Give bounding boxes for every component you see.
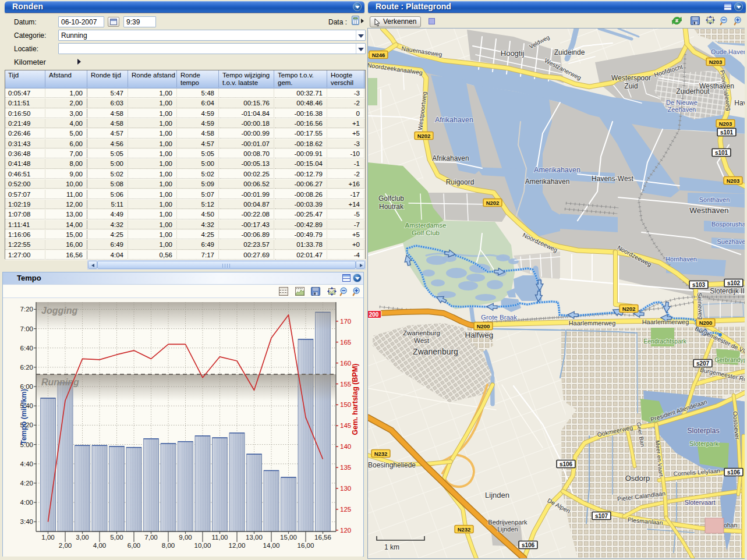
- svg-text:7,00: 7,00: [144, 534, 157, 541]
- svg-text:170: 170: [340, 318, 351, 325]
- svg-text:N202: N202: [622, 306, 636, 312]
- svg-text:Lijnden: Lijnden: [485, 491, 509, 499]
- svg-text:Sloterpark: Sloterpark: [689, 440, 719, 447]
- svg-text:Haarlemmerweg: Haarlemmerweg: [642, 318, 689, 325]
- svg-text:Gem. hartslag (BPM): Gem. hartslag (BPM): [351, 364, 359, 435]
- svg-text:12,00: 12,00: [229, 542, 246, 549]
- svg-text:Westhaven: Westhaven: [699, 82, 734, 90]
- svg-text:N203: N203: [727, 178, 740, 184]
- svg-text:7:20: 7:20: [20, 306, 33, 313]
- svg-text:Westerspoor: Westerspoor: [611, 74, 651, 82]
- svg-text:s103: s103: [692, 282, 706, 288]
- svg-text:Afrikahaven: Afrikahaven: [435, 116, 473, 124]
- svg-text:Amerikahaven: Amerikahaven: [534, 166, 580, 174]
- svg-text:135: 135: [340, 464, 351, 471]
- svg-text:Hornhaven: Hornhaven: [665, 256, 697, 263]
- svg-text:Golf Club: Golf Club: [412, 229, 440, 236]
- svg-text:West: West: [414, 337, 430, 344]
- svg-text:140: 140: [340, 443, 351, 450]
- svg-text:Zuideinde: Zuideinde: [554, 48, 585, 56]
- svg-text:4:00: 4:00: [20, 499, 33, 506]
- svg-text:De Nieuwe: De Nieuwe: [666, 99, 698, 106]
- svg-text:6:40: 6:40: [20, 345, 33, 352]
- svg-text:Zwanenburg: Zwanenburg: [403, 329, 440, 336]
- svg-text:14,00: 14,00: [263, 542, 280, 549]
- svg-text:Oude Haven: Oude Haven: [711, 48, 745, 55]
- svg-text:120: 120: [340, 527, 351, 534]
- svg-text:Westhaven: Westhaven: [689, 206, 728, 215]
- svg-text:3,00: 3,00: [76, 534, 88, 541]
- svg-text:s107: s107: [595, 513, 608, 519]
- svg-text:6,00: 6,00: [128, 542, 140, 549]
- svg-text:s101: s101: [720, 129, 734, 136]
- svg-text:4:40: 4:40: [20, 460, 33, 467]
- svg-text:Amerikahaven: Amerikahaven: [525, 178, 570, 186]
- svg-text:7:00: 7:00: [20, 325, 33, 332]
- svg-text:s102: s102: [727, 280, 741, 286]
- svg-text:Sloterdijk II: Sloterdijk II: [710, 287, 744, 295]
- svg-text:Bosporushav: Bosporushav: [711, 221, 745, 228]
- svg-text:s106: s106: [560, 461, 573, 467]
- svg-text:3:40: 3:40: [20, 518, 33, 525]
- svg-text:s106: s106: [727, 469, 741, 476]
- svg-text:Suezhave: Suezhave: [717, 238, 745, 245]
- svg-text:Running: Running: [41, 377, 79, 387]
- svg-text:N200: N200: [699, 320, 713, 326]
- svg-text:145: 145: [340, 422, 351, 429]
- svg-text:Tempo (min/km): Tempo (min/km): [20, 389, 28, 445]
- svg-text:4:20: 4:20: [20, 480, 33, 487]
- svg-text:Osdorp: Osdorp: [625, 474, 650, 483]
- svg-text:N203: N203: [719, 120, 732, 127]
- svg-text:6:20: 6:20: [20, 364, 33, 371]
- svg-text:15,00: 15,00: [280, 534, 297, 541]
- svg-text:N202: N202: [417, 133, 431, 139]
- svg-text:s106: s106: [522, 542, 535, 548]
- svg-text:200: 200: [369, 311, 379, 318]
- svg-text:Seineweg: Seineweg: [696, 292, 704, 320]
- svg-text:Amsterdamse: Amsterdamse: [405, 222, 447, 229]
- svg-text:2,00: 2,00: [59, 542, 72, 549]
- svg-text:N246: N246: [372, 52, 385, 58]
- svg-text:1 km: 1 km: [384, 543, 399, 551]
- svg-text:Grote Braak: Grote Braak: [481, 314, 517, 321]
- svg-text:Lijnden: Lijnden: [497, 526, 518, 533]
- svg-text:Golfclub: Golfclub: [378, 194, 404, 203]
- svg-text:Haarlemmerweg: Haarlemmerweg: [569, 320, 616, 327]
- svg-text:130: 130: [340, 485, 351, 492]
- svg-text:4,00: 4,00: [93, 542, 106, 549]
- svg-text:1,00: 1,00: [41, 534, 54, 541]
- svg-text:s101: s101: [715, 150, 728, 156]
- svg-text:160: 160: [340, 360, 351, 367]
- svg-text:5,00: 5,00: [110, 534, 123, 541]
- svg-text:Boesingheliede: Boesingheliede: [368, 461, 416, 469]
- svg-text:8,00: 8,00: [162, 542, 175, 549]
- svg-text:10,00: 10,00: [194, 542, 211, 549]
- svg-text:Eendrachtspark: Eendrachtspark: [643, 338, 686, 345]
- svg-text:155: 155: [340, 381, 351, 388]
- svg-text:Ruigoord: Ruigoord: [446, 178, 475, 186]
- svg-text:N200: N200: [477, 323, 490, 329]
- svg-text:Houtrak: Houtrak: [379, 203, 404, 211]
- svg-text:Hoogtij: Hoogtij: [501, 49, 525, 58]
- svg-text:Zwanenburg: Zwanenburg: [413, 347, 458, 356]
- svg-text:16,56: 16,56: [314, 534, 331, 541]
- svg-text:13,00: 13,00: [246, 534, 263, 541]
- svg-text:Slotervaart: Slotervaart: [684, 499, 715, 506]
- svg-text:Gerbrandyp: Gerbrandyp: [714, 356, 745, 363]
- svg-text:Havens-West: Havens-West: [592, 175, 633, 183]
- svg-text:N232: N232: [374, 451, 388, 457]
- svg-text:165: 165: [340, 339, 351, 346]
- svg-text:11,00: 11,00: [212, 534, 228, 541]
- svg-text:N202: N202: [486, 200, 500, 206]
- svg-text:150: 150: [340, 401, 351, 408]
- svg-text:Zuid: Zuid: [624, 82, 638, 90]
- svg-text:125: 125: [340, 506, 351, 513]
- svg-text:Hav: Hav: [734, 99, 745, 107]
- svg-text:16,00: 16,00: [298, 542, 314, 549]
- svg-text:N203: N203: [709, 59, 723, 65]
- svg-text:Zeehaven: Zeehaven: [668, 106, 696, 113]
- svg-text:Bedrijvenpark: Bedrijvenpark: [488, 519, 527, 526]
- svg-text:9,00: 9,00: [179, 534, 192, 541]
- svg-text:N232: N232: [458, 526, 471, 533]
- svg-text:Halfweg: Halfweg: [465, 331, 494, 339]
